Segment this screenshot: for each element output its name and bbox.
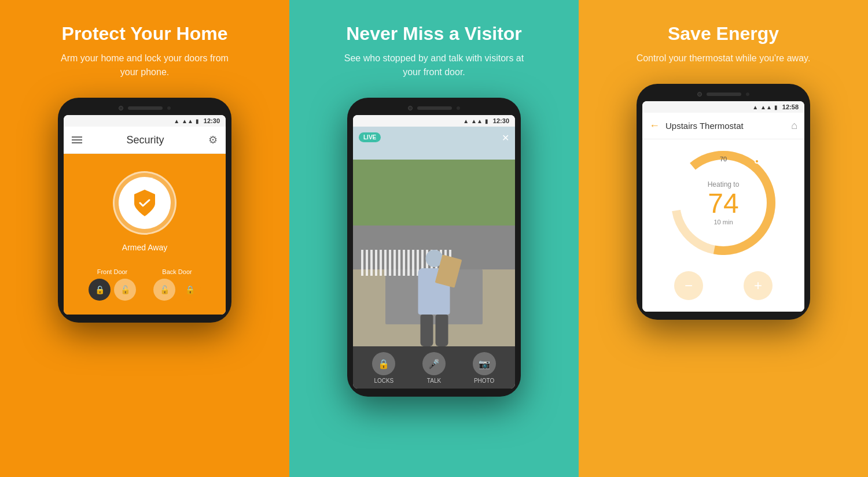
phone-screen: ▲ ▲▲ ▮ 12:30 Security ⚙ — [64, 115, 226, 315]
battery-icon: ▮ — [196, 118, 199, 124]
door-row: Front Door 🔒 🔓 Back Door — [75, 268, 214, 301]
lock-open-icon-2: 🔓 — [160, 285, 170, 294]
visitor-title: Never Miss a Visitor — [346, 23, 522, 45]
back-door-item: Back Door 🔓 🔒 — [153, 268, 201, 301]
microphone-icon: 🎤 — [428, 358, 440, 369]
thermo-setpoint-label: 70 — [720, 156, 727, 162]
armed-shield-circle[interactable] — [113, 171, 176, 235]
live-badge: LIVE — [359, 132, 381, 142]
wifi-icon: ▲ — [174, 118, 179, 124]
thermostat-title: Save Energy — [668, 23, 779, 45]
thermo-signal-icon: ▲▲ — [760, 104, 772, 110]
thermo-decrease-button[interactable]: − — [674, 271, 703, 300]
thermo-temp-value: 74 — [708, 190, 738, 217]
lock-closed-icon-2: 🔒 — [185, 285, 195, 294]
thermo-phone-top-bar — [642, 92, 804, 97]
visitor-panel: Never Miss a Visitor See who stopped by … — [289, 0, 579, 477]
visitor-phone-top-bar — [353, 106, 515, 110]
locks-label: LOCKS — [374, 378, 393, 384]
armed-away-label: Armed Away — [122, 243, 167, 252]
hamburger-icon[interactable] — [72, 136, 82, 143]
thermo-phone-dot — [746, 93, 749, 96]
thermo-phone-screen: ▲ ▲▲ ▮ 12:58 ← Upstairs Thermostat ⌂ — [642, 101, 804, 312]
back-door-label: Back Door — [162, 268, 192, 275]
security-body: Armed Away Front Door 🔒 🔓 — [64, 154, 226, 315]
thermo-dial: Heating to 74 10 min 70 — [671, 151, 775, 255]
thermo-battery-icon: ▮ — [774, 104, 778, 110]
thermo-status-bar: ▲ ▲▲ ▮ 12:58 — [642, 101, 804, 113]
thermo-duration: 10 min — [713, 219, 733, 225]
thermo-wifi-icon: ▲ — [752, 104, 758, 110]
locks-icon: 🔒 — [378, 358, 389, 369]
app-header-title: Security — [126, 134, 164, 146]
photo-icon-circle: 📷 — [473, 352, 496, 375]
front-door-lock-inactive[interactable]: 🔓 — [114, 279, 136, 301]
signal-icon: ▲▲ — [182, 118, 193, 124]
lock-open-icon: 🔓 — [120, 285, 130, 294]
locks-action[interactable]: 🔒 LOCKS — [372, 352, 395, 384]
heating-label: Heating to — [708, 180, 740, 188]
phone-top-bar — [64, 106, 226, 110]
thermostat-subtitle: Control your thermostat while you're awa… — [637, 51, 811, 65]
front-camera — [119, 106, 123, 110]
doorbell-screen: LIVE ✕ — [353, 127, 515, 346]
thermo-phone-speaker — [707, 93, 741, 96]
back-door-lock-inactive[interactable]: 🔓 — [153, 279, 175, 301]
front-door-lock-active[interactable]: 🔒 — [89, 279, 111, 301]
thermo-app-title: Upstairs Thermostat — [665, 121, 785, 131]
phone-speaker — [128, 106, 163, 110]
visitor-phone-screen: ▲ ▲▲ ▮ 12:30 — [353, 115, 515, 389]
security-subtitle: Arm your home and lock your doors from y… — [52, 51, 237, 79]
shield-circle-inner — [119, 177, 171, 229]
status-bar: ▲ ▲▲ ▮ 12:30 — [64, 115, 226, 127]
visitor-phone: ▲ ▲▲ ▮ 12:30 — [347, 98, 521, 397]
visitor-signal-icon: ▲▲ — [471, 118, 483, 124]
thermostat-panel: Save Energy Control your thermostat whil… — [579, 0, 868, 477]
doorbell-close-button[interactable]: ✕ — [502, 132, 509, 143]
front-door-label: Front Door — [97, 268, 128, 275]
security-title: Protect Your Home — [62, 23, 228, 45]
trees-bg — [353, 160, 515, 225]
person-leg-right — [435, 315, 448, 346]
visitor-status-time: 12:30 — [493, 117, 509, 124]
street-scene — [353, 127, 515, 346]
front-door-item: Front Door 🔒 🔓 — [89, 268, 136, 301]
thermo-status-time: 12:58 — [782, 103, 799, 110]
status-time: 12:30 — [204, 117, 220, 124]
visitor-status-bar: ▲ ▲▲ ▮ 12:30 — [353, 115, 515, 127]
photo-label: PHOTO — [474, 378, 494, 384]
talk-icon-circle: 🎤 — [422, 352, 446, 375]
home-icon[interactable]: ⌂ — [791, 120, 797, 132]
lock-closed-icon: 🔒 — [95, 285, 105, 294]
visitor-phone-speaker — [417, 106, 452, 110]
thermo-increase-button[interactable]: + — [744, 271, 773, 300]
security-phone: ▲ ▲▲ ▮ 12:30 Security ⚙ — [58, 98, 231, 323]
shield-icon — [132, 188, 157, 217]
person-body — [418, 268, 450, 315]
thermo-app-header: ← Upstairs Thermostat ⌂ — [642, 113, 804, 139]
app-header: Security ⚙ — [64, 127, 226, 154]
person-legs — [418, 315, 450, 346]
talk-label: TALK — [427, 378, 441, 384]
thermo-body: Heating to 74 10 min 70 − + — [642, 139, 804, 312]
back-door-lock-active[interactable]: 🔒 — [179, 279, 201, 301]
photo-action[interactable]: 📷 PHOTO — [473, 352, 496, 384]
minus-icon: − — [685, 278, 693, 294]
visitor-subtitle: See who stopped by and talk with visitor… — [341, 51, 527, 79]
thermo-dial-inner: Heating to 74 10 min — [680, 160, 767, 246]
delivery-person — [418, 250, 450, 346]
talk-action[interactable]: 🎤 TALK — [422, 352, 446, 384]
visitor-phone-dot — [457, 106, 460, 110]
plus-icon: + — [754, 278, 762, 294]
person-leg-left — [420, 315, 433, 346]
thermo-controls: − + — [654, 271, 793, 300]
camera-icon: 📷 — [479, 358, 490, 369]
thermostat-phone: ▲ ▲▲ ▮ 12:58 ← Upstairs Thermostat ⌂ — [637, 84, 810, 320]
visitor-battery-icon: ▮ — [485, 118, 488, 124]
gear-icon[interactable]: ⚙ — [208, 134, 218, 146]
thermo-setpoint-dot — [755, 159, 759, 164]
back-arrow-icon[interactable]: ← — [649, 120, 660, 132]
security-panel: Protect Your Home Arm your home and lock… — [0, 0, 289, 477]
visitor-front-camera — [408, 106, 413, 110]
thermo-front-camera — [697, 92, 702, 97]
